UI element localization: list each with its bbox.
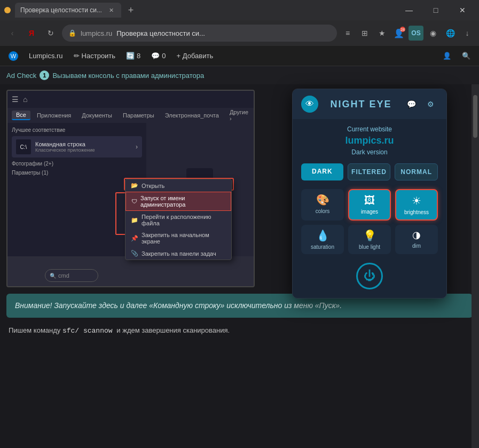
comments-btn[interactable]: 💬 0	[147, 46, 170, 66]
ctx-location[interactable]: 📁 Перейти к расположению файла	[125, 211, 231, 229]
ne-bluelight-label: blue light	[359, 244, 380, 250]
ne-colors-label: colors	[316, 208, 330, 214]
search-icon[interactable]: 🔍	[458, 46, 475, 66]
ne-colors-ctrl[interactable]: 🎨 colors	[301, 189, 344, 221]
ne-header-icons: 💬 ⚙	[404, 97, 438, 112]
yandex-logo[interactable]: Я	[23, 25, 40, 41]
win-search-input-area[interactable]: 🔍 cmd	[45, 269, 98, 282]
ne-domain: lumpics.ru	[301, 135, 438, 146]
ad-check-content: Вызываем консоль с правами администратор…	[52, 72, 204, 80]
bookmark-icon[interactable]: ★	[374, 26, 389, 41]
main-content: ☰ ⌂ Все Приложения Документы Параметры Э…	[0, 84, 479, 448]
minimize-btn[interactable]: —	[397, 2, 421, 18]
back-btn[interactable]: ‹	[4, 25, 20, 41]
ne-dark-btn[interactable]: DARK	[301, 163, 343, 180]
ne-power-icon: ⏻	[364, 269, 375, 283]
ne-filtered-btn[interactable]: FILTERED	[348, 163, 391, 180]
active-tab[interactable]: Проверка целостности си... ✕	[15, 3, 121, 18]
extension-icon-1[interactable]: 👤 28	[391, 26, 406, 41]
command-text: Пишем команду	[9, 326, 60, 334]
browser-chrome: Проверка целостности си... ✕ + — □ ✕ ‹ Я…	[0, 0, 479, 84]
tab-email[interactable]: Электронная_почта	[161, 111, 223, 120]
app-type: Классическое приложение	[35, 147, 131, 153]
ne-normal-btn[interactable]: NORMAL	[395, 163, 438, 180]
ctx-open[interactable]: 📂 Открыть	[125, 179, 231, 192]
customize-btn[interactable]: ✏ Настроить	[69, 46, 120, 66]
ne-dim-ctrl[interactable]: ◑ dim	[395, 225, 438, 254]
scrollbar-thumb[interactable]	[473, 95, 477, 138]
new-tab-btn[interactable]: +	[123, 3, 138, 18]
wp-logo[interactable]: W	[4, 46, 22, 66]
cmd-text-block: Пишем команду sfc/ scannow и ждем заверш…	[6, 322, 473, 339]
cmd-icon: C:\	[16, 139, 31, 154]
ne-saturation-ctrl[interactable]: 💧 saturation	[301, 225, 344, 254]
win-search-tabs: Все Приложения Документы Параметры Элект…	[7, 108, 254, 123]
security-icon: 🔒	[68, 29, 76, 37]
lumpics-link[interactable]: Lumpics.ru	[25, 46, 67, 66]
ne-version: Dark version	[301, 148, 438, 156]
ne-chat-btn[interactable]: 💬	[404, 97, 419, 112]
ne-mode-buttons: DARK FILTERED NORMAL	[301, 163, 438, 180]
context-menu: 📂 Открыть 🛡 Запуск от имени администрато…	[125, 179, 232, 260]
win-header: ☰ ⌂	[7, 91, 254, 108]
match-arrow: ›	[136, 143, 138, 151]
ne-images-ctrl[interactable]: 🖼 images	[348, 189, 391, 221]
tab-params[interactable]: Параметры	[119, 111, 159, 120]
address-domain: lumpics.ru	[81, 29, 112, 37]
ne-title: NIGHT EYE	[318, 99, 404, 110]
user-icon[interactable]: 👤	[438, 46, 456, 66]
ne-bluelight-ctrl[interactable]: 💡 blue light	[348, 225, 391, 254]
add-btn[interactable]: + Добавить	[172, 46, 218, 66]
tab-close-btn[interactable]: ✕	[107, 6, 116, 14]
ne-body: Current website lumpics.ru Dark version …	[293, 119, 446, 298]
win-home-icon[interactable]: ⌂	[23, 95, 27, 104]
ne-brightness-icon: ☀	[412, 194, 421, 207]
ne-logo: 👁	[301, 96, 318, 113]
search-input-icon: 🔍	[50, 273, 56, 279]
command-mono: sfc/ scannow	[62, 327, 116, 335]
ne-brightness-ctrl[interactable]: ☀ brightness	[395, 189, 438, 221]
updates-btn[interactable]: 🔄 8	[122, 46, 145, 66]
ne-brightness-label: brightness	[404, 209, 429, 215]
download-icon[interactable]: ↓	[460, 26, 475, 41]
ne-header: 👁 NIGHT EYE 💬 ⚙	[293, 89, 446, 119]
tab-docs[interactable]: Документы	[77, 111, 116, 120]
address-bar: ‹ Я ↻ 🔒 lumpics.ru Проверка целостности …	[0, 20, 479, 46]
app-name: Командная строка	[35, 141, 131, 147]
ne-saturation-label: saturation	[311, 244, 334, 250]
ctx-run-admin[interactable]: 🛡 Запуск от имени администратора	[125, 192, 231, 211]
refresh-btn[interactable]: ↻	[43, 25, 59, 41]
ne-saturation-icon: 💧	[316, 229, 329, 242]
attention-text: Внимание! Запускайте здесь и далее «Кома…	[15, 301, 342, 310]
ctx-icon-go_to_location: 📁	[131, 217, 138, 224]
tabs-icon[interactable]: ⊞	[357, 26, 372, 41]
ctx-icon-run_as_admin: 🛡	[131, 198, 137, 205]
photos-section: Фотографии (2+)	[12, 161, 142, 167]
tab-apps[interactable]: Приложения	[33, 111, 75, 120]
reader-icon[interactable]: ≡	[340, 26, 355, 41]
win-menu-icon[interactable]: ☰	[12, 95, 19, 104]
scrollbar[interactable]	[472, 84, 479, 448]
ne-settings-btn[interactable]: ⚙	[423, 97, 438, 112]
ctx-pin-taskbar[interactable]: 📎 Закрепить на панели задач	[125, 247, 231, 260]
maximize-btn[interactable]: □	[423, 2, 448, 18]
ne-images-label: images	[361, 209, 378, 215]
ctx-icon-pin_taskbar: 📎	[131, 250, 138, 257]
window-close-btn[interactable]: ✕	[450, 2, 475, 18]
ne-power-btn[interactable]: ⏻	[356, 263, 383, 289]
extension-icon-2[interactable]: OS	[409, 26, 423, 41]
tab-other[interactable]: Другие ›	[225, 108, 253, 123]
tab-all[interactable]: Все	[12, 111, 30, 120]
address-field[interactable]: 🔒 lumpics.ru Проверка целостности си...	[62, 25, 337, 42]
best-match-label: Лучшее соответствие	[12, 127, 142, 133]
extension-icon-3[interactable]: ◉	[426, 26, 441, 41]
ne-logo-icon: 👁	[305, 99, 314, 109]
ctx-pin-start[interactable]: 📌 Закрепить на начальном экране	[125, 229, 231, 247]
params-section: Параметры (1)	[12, 170, 142, 176]
tab-title: Проверка целостности си...	[20, 6, 102, 14]
extension-icon-4[interactable]: 🌐	[443, 26, 458, 41]
ne-colors-icon: 🎨	[316, 193, 329, 206]
night-eye-popup: 👁 NIGHT EYE 💬 ⚙ Current website lumpics.…	[292, 89, 447, 298]
command-suffix: и ждем завершения сканирования.	[116, 326, 230, 334]
search-input-value: cmd	[58, 272, 69, 279]
